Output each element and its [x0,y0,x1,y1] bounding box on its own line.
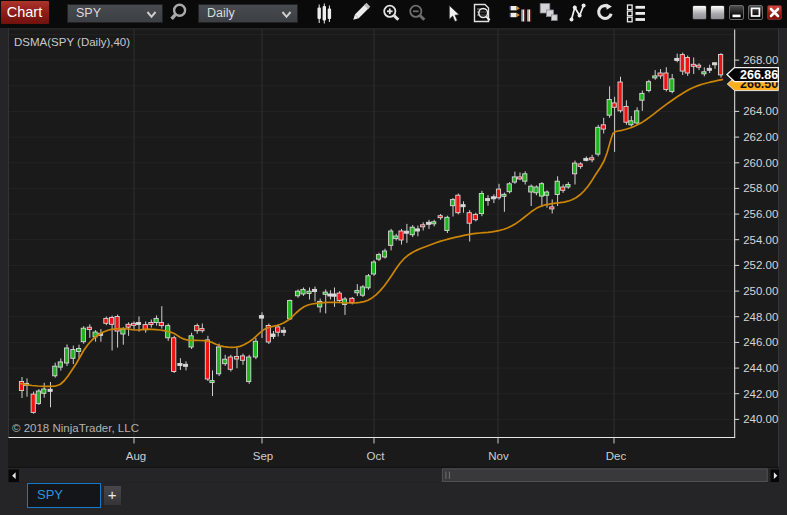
svg-text:Nov: Nov [488,450,509,462]
svg-text:Aug: Aug [126,450,146,462]
svg-text:DSMA(SPY (Daily),40): DSMA(SPY (Daily),40) [14,36,130,48]
svg-text:260.00: 260.00 [743,157,778,169]
svg-text:242.00: 242.00 [743,388,778,400]
svg-text:Dec: Dec [606,450,627,462]
svg-text:© 2018 NinjaTrader, LLC: © 2018 NinjaTrader, LLC [12,422,139,434]
svg-text:252.00: 252.00 [743,259,778,271]
svg-text:266.86: 266.86 [740,68,778,82]
svg-text:262.00: 262.00 [743,131,778,143]
svg-text:244.00: 244.00 [743,362,778,374]
svg-text:248.00: 248.00 [743,311,778,323]
svg-text:240.00: 240.00 [743,413,778,425]
svg-text:268.00: 268.00 [743,54,778,66]
svg-text:Sep: Sep [253,450,273,462]
svg-text:258.00: 258.00 [743,182,778,194]
svg-text:256.00: 256.00 [743,208,778,220]
svg-text:254.00: 254.00 [743,234,778,246]
svg-text:Oct: Oct [367,450,386,462]
svg-text:246.00: 246.00 [743,336,778,348]
svg-text:250.00: 250.00 [743,285,778,297]
svg-text:264.00: 264.00 [743,105,778,117]
